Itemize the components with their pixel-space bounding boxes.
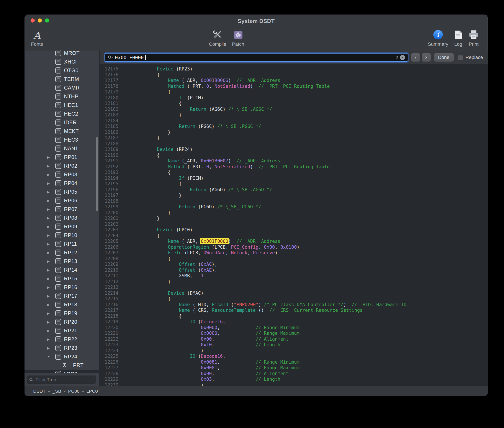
disclosure-collapsed-icon[interactable]: ▶ xyxy=(47,216,55,220)
code-line[interactable]: 12200 } xyxy=(100,210,488,216)
code-line[interactable]: 12184 xyxy=(100,118,488,124)
compile-button[interactable]: Compile xyxy=(209,27,226,47)
code-line[interactable]: 12175 Device (RP23) xyxy=(100,66,488,72)
code-line[interactable]: 12224 ) xyxy=(100,348,488,354)
code-line[interactable]: 12190 { xyxy=(100,152,488,158)
tree-item-term[interactable]: TERM xyxy=(25,75,99,83)
tree-item-rp11[interactable]: ▶RP11 xyxy=(25,239,99,248)
tree-item-rp03[interactable]: ▶RP03 xyxy=(25,170,99,179)
disclosure-collapsed-icon[interactable]: ▶ xyxy=(47,190,55,194)
code-line[interactable]: 12201 } xyxy=(100,215,488,221)
disclosure-collapsed-icon[interactable]: ▶ xyxy=(47,155,55,159)
code-line[interactable]: 12196 Return (AG6D) /* \_SB_.AG6D */ xyxy=(100,187,488,193)
code-line[interactable]: 12225 IO (Decode16, xyxy=(100,354,488,359)
tree-item-rp20[interactable]: ▶RP20 xyxy=(25,318,99,326)
code-line[interactable]: 12216 Name (_HID, EisaId ("PNP0200") /* … xyxy=(100,302,488,308)
tree-item-rp18[interactable]: ▶RP18 xyxy=(25,300,99,309)
tree-item-rp08[interactable]: ▶RP08 xyxy=(25,214,99,222)
done-button[interactable]: Done xyxy=(434,53,454,62)
code-line[interactable]: 12214 Device (DMAC) xyxy=(100,290,488,296)
search-field[interactable]: 0x001F0000 2 ✕ xyxy=(105,53,408,62)
print-button[interactable]: Print xyxy=(468,27,479,47)
fonts-button[interactable]: A Fonts xyxy=(31,27,43,47)
tree-item-rp01[interactable]: ▶RP01 xyxy=(25,153,99,162)
tree-item-otg0[interactable]: OTG0 xyxy=(25,66,99,75)
tree-item-rp09[interactable]: ▶RP09 xyxy=(25,222,99,231)
disclosure-collapsed-icon[interactable]: ▶ xyxy=(47,207,55,211)
code-line[interactable]: 12219 IO (Decode16, xyxy=(100,319,488,325)
disclosure-expanded-icon[interactable]: ▼ xyxy=(47,355,55,359)
filter-tree-field[interactable] xyxy=(27,376,96,384)
code-line[interactable]: 12222 0x00, // Alignment xyxy=(100,336,488,342)
code-line[interactable]: 12178 Method (_PRT, 0, NotSerialized) //… xyxy=(100,83,488,89)
disclosure-collapsed-icon[interactable]: ▶ xyxy=(47,181,55,185)
code-line[interactable]: 12183 } xyxy=(100,112,488,118)
tree-item-rp24[interactable]: ▼RP24 xyxy=(25,352,99,361)
tree-item-rp07[interactable]: ▶RP07 xyxy=(25,205,99,214)
summary-button[interactable]: i Summary xyxy=(428,27,448,47)
disclosure-collapsed-icon[interactable]: ▶ xyxy=(47,225,55,229)
code-line[interactable]: 12198 xyxy=(100,198,488,204)
breadcrumb-item-lpc0[interactable]: LPC0 xyxy=(87,388,98,394)
code-line[interactable]: 12207 Field (LPCB, DWordAcc, NoLock, Pre… xyxy=(100,250,488,256)
tree-item-rp23[interactable]: ▶RP23 xyxy=(25,344,99,352)
tree-item-camr[interactable]: CAMR xyxy=(25,83,99,92)
tree-item-xhci[interactable]: XHCI xyxy=(25,58,99,66)
tree-item-rp17[interactable]: ▶RP17 xyxy=(25,292,99,300)
code-line[interactable]: 12223 0x10, // Length xyxy=(100,342,488,348)
code-line[interactable]: 12208 { xyxy=(100,256,488,262)
code-line[interactable]: 12197 } xyxy=(100,193,488,198)
tree-item-rp02[interactable]: ▶RP02 xyxy=(25,162,99,170)
disclosure-collapsed-icon[interactable]: ▶ xyxy=(47,311,55,315)
code-line[interactable]: 12211 XSMB, 1 xyxy=(100,273,488,279)
tree-item-rp13[interactable]: ▶RP13 xyxy=(25,257,99,266)
code-line[interactable]: 12213 xyxy=(100,284,488,290)
code-line[interactable]: 12194 If (PICM) xyxy=(100,175,488,181)
disclosure-collapsed-icon[interactable]: ▶ xyxy=(47,164,55,168)
code-line[interactable]: 12186 } xyxy=(100,129,488,135)
disclosure-collapsed-icon[interactable]: ▶ xyxy=(47,337,55,341)
sidebar-scrollbar-thumb[interactable] xyxy=(96,137,98,211)
search-menu-icon[interactable] xyxy=(107,55,113,60)
code-line[interactable]: 12188 xyxy=(100,141,488,147)
tree-item-rp19[interactable]: ▶RP19 xyxy=(25,309,99,318)
tree-item-rp12[interactable]: ▶RP12 xyxy=(25,248,99,257)
code-line[interactable]: 12215 { xyxy=(100,296,488,302)
code-line[interactable]: 12220 0x0000, // Range Minimum xyxy=(100,325,488,331)
disclosure-collapsed-icon[interactable]: ▶ xyxy=(47,320,55,324)
disclosure-collapsed-icon[interactable]: ▶ xyxy=(47,233,55,238)
disclosure-collapsed-icon[interactable]: ▶ xyxy=(47,277,55,281)
code-line[interactable]: 12226 0x0081, // Range Minimum xyxy=(100,359,488,365)
tree-item-rp06[interactable]: ▶RP06 xyxy=(25,196,99,205)
clear-search-button[interactable]: ✕ xyxy=(400,55,405,60)
code-line[interactable]: 12229 0x03, // Length xyxy=(100,376,488,382)
code-line[interactable]: 12218 { xyxy=(100,313,488,319)
tree-item-rp16[interactable]: ▶RP16 xyxy=(25,283,99,292)
disclosure-collapsed-icon[interactable]: ▶ xyxy=(47,242,55,246)
tree-item-rp22[interactable]: ▶RP22 xyxy=(25,335,99,344)
disclosure-collapsed-icon[interactable]: ▶ xyxy=(47,259,55,263)
breadcrumb-item-pc00[interactable]: PC00 xyxy=(68,388,80,394)
disclosure-collapsed-icon[interactable]: ▶ xyxy=(47,199,55,203)
disclosure-collapsed-icon[interactable]: ▶ xyxy=(47,346,55,350)
tree-item-rp21[interactable]: ▶RP21 xyxy=(25,326,99,335)
previous-match-button[interactable]: ‹ xyxy=(411,53,420,62)
tree-item-mrot[interactable]: MROT xyxy=(25,50,99,58)
tree-item-rp05[interactable]: ▶RP05 xyxy=(25,188,99,196)
code-line[interactable]: 12195 { xyxy=(100,181,488,187)
breadcrumb-item-_sb[interactable]: _SB xyxy=(52,388,61,394)
code-line[interactable]: 12228 0x00, // Alignment xyxy=(100,371,488,377)
code-line[interactable]: 12204 { xyxy=(100,233,488,239)
tree-item-_prt[interactable]: _PRT xyxy=(25,361,99,370)
filter-tree-input[interactable] xyxy=(35,377,94,382)
tree-item-nan1[interactable]: NAN1 xyxy=(25,144,99,153)
disclosure-collapsed-icon[interactable]: ▶ xyxy=(47,251,55,255)
code-line[interactable]: 12180 If (PICM) xyxy=(100,95,488,101)
tree-item-rp04[interactable]: ▶RP04 xyxy=(25,179,99,188)
tree-item-hec3[interactable]: HEC3 xyxy=(25,136,99,144)
replace-checkbox[interactable] xyxy=(458,55,463,60)
code-line[interactable]: 12217 Name (_CRS, ResourceTemplate () //… xyxy=(100,307,488,313)
disclosure-collapsed-icon[interactable]: ▶ xyxy=(47,268,55,272)
code-line[interactable]: 12187 } xyxy=(100,135,488,141)
code-editor[interactable]: 12175 Device (RP23)12176 {12177 Name (_A… xyxy=(100,64,488,386)
